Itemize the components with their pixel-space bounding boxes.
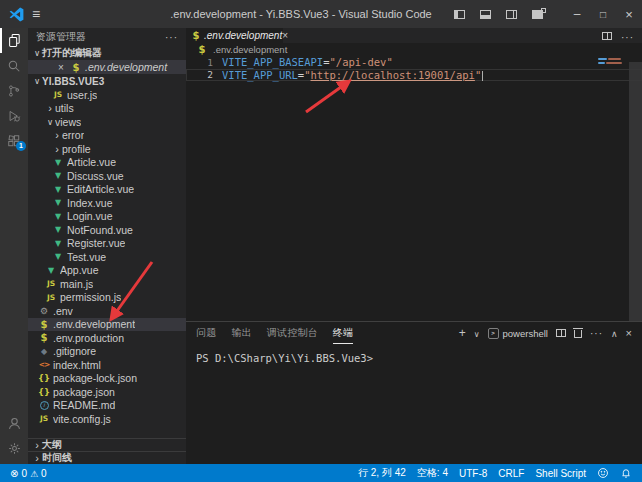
tree-item-label: .env.production [53,332,124,344]
panel-tab-item[interactable]: 输出 [231,322,251,344]
tree-item-discuss-vue[interactable]: ▼Discuss.vue [28,169,186,183]
warnings-icon [30,468,38,479]
open-editors-section[interactable]: 打开的编辑器 [28,46,186,60]
tree-item-package-json[interactable]: {}package.json [28,385,186,399]
close-window-button[interactable] [616,0,642,28]
tree-item-views[interactable]: views [28,115,186,129]
vue-file-icon: ▼ [52,158,64,167]
extensions-icon[interactable]: 1 [0,128,28,153]
tree-item-label: Login.vue [67,210,113,222]
tree-item-article-vue[interactable]: ▼Article.vue [28,156,186,170]
code-editor[interactable]: 1VITE_APP_BASEAPI="/api-dev"2VITE_APP_UR… [186,56,642,321]
tree-item-package-lock-json[interactable]: {}package-lock.json [28,372,186,386]
tree-item-label: NotFound.vue [67,224,133,236]
outline-section[interactable]: 大纲 [28,438,186,451]
open-editor-item-env-development[interactable]: × $ .env.development [28,60,186,74]
explorer-icon[interactable] [0,28,28,53]
tree-item-error[interactable]: error [28,129,186,143]
close-tab-icon[interactable]: × [282,30,288,41]
tree-item-user-js[interactable]: JSuser.js [28,88,186,102]
git-file-icon: ◆ [38,347,50,356]
code-line-1[interactable]: 1VITE_APP_BASEAPI="/api-dev" [186,56,642,69]
powershell-icon[interactable] [488,328,499,339]
tree-item--gitignore[interactable]: ◆.gitignore [28,345,186,359]
tree-item-editarticle-vue[interactable]: ▼EditArticle.vue [28,183,186,197]
tree-item-permission-js[interactable]: JSpermission.js [28,291,186,305]
status-item[interactable]: 空格: 4 [417,466,448,480]
status-bar: 0 0 行 2, 列 42空格: 4UTF-8CRLFShell Script [0,464,642,482]
timeline-section[interactable]: 时间线 [28,451,186,464]
customize-layout-icon[interactable] [524,0,550,28]
tree-item-main-js[interactable]: JSmain.js [28,277,186,291]
source-control-icon[interactable] [0,78,28,103]
terminal-output[interactable]: PS D:\CSharp\Yi\Yi.BBS.Vue3> [186,344,642,364]
tree-item-test-vue[interactable]: ▼Test.vue [28,250,186,264]
tree-item--env-development[interactable]: $.env.development [28,318,186,332]
feedback-icon[interactable] [597,467,609,479]
chevron-right-icon [32,439,42,451]
account-icon[interactable] [0,411,28,436]
toggle-secondary-sidebar-icon[interactable] [498,0,524,28]
status-item[interactable]: CRLF [498,468,524,479]
tree-item-vite-config-js[interactable]: JSvite.config.js [28,412,186,426]
js-file-icon: JS [38,414,50,423]
tree-item-index-vue[interactable]: ▼Index.vue [28,196,186,210]
maximize-panel-icon[interactable] [611,328,618,339]
breadcrumb[interactable]: $ .env.development [186,43,642,56]
tree-item-index-html[interactable]: <>index.html [28,358,186,372]
status-item[interactable]: Shell Script [535,468,586,479]
tree-item-label: Discuss.vue [67,170,124,182]
kill-terminal-icon[interactable] [574,330,582,338]
panel-more-actions-icon[interactable] [590,328,603,339]
notifications-bell-icon[interactable] [620,467,632,479]
terminal-dropdown-icon[interactable] [474,328,480,339]
tree-item--env[interactable]: ⚙.env [28,304,186,318]
editor-more-actions-icon[interactable] [621,27,634,45]
chevron-right-icon [52,129,62,141]
run-debug-icon[interactable] [0,103,28,128]
vue-file-icon: ▼ [52,171,64,180]
vscode-logo-icon [9,7,24,22]
vue-file-icon: ▼ [52,225,64,234]
split-terminal-icon[interactable] [556,329,566,337]
tree-item-register-vue[interactable]: ▼Register.vue [28,237,186,251]
tree-item-label: .env.development [53,318,135,330]
line-number: 1 [186,57,222,68]
tree-item-app-vue[interactable]: ▼App.vue [28,264,186,278]
tab-bar: $ .env.development × [186,28,642,43]
env-file-icon: $ [196,44,208,55]
maximize-button[interactable] [590,0,616,28]
tree-item-utils[interactable]: utils [28,102,186,116]
vue-file-icon: ▼ [52,198,64,207]
panel-tab-item[interactable]: 调试控制台 [267,322,318,344]
panel: 问题输出调试控制台终端 powershell × PS D:\CSharp\Yi… [186,321,642,464]
shell-label[interactable]: powershell [503,328,548,339]
problems-status[interactable]: 0 0 [10,468,47,479]
tree-item-login-vue[interactable]: ▼Login.vue [28,210,186,224]
chevron-down-icon [32,76,42,86]
tree-item-readme-md[interactable]: iREADME.md [28,399,186,413]
search-icon[interactable] [0,53,28,78]
status-item[interactable]: 行 2, 列 42 [358,466,406,480]
new-terminal-icon[interactable] [459,326,466,340]
explorer-more-actions-icon[interactable] [165,32,178,43]
minimize-button[interactable] [564,0,590,28]
activity-bar: 1 [0,28,28,464]
split-editor-icon[interactable] [602,32,612,40]
editor-scrollbar[interactable] [629,62,642,321]
tree-item-profile[interactable]: profile [28,142,186,156]
tree-item--env-production[interactable]: $.env.production [28,331,186,345]
panel-tab-terminal-active[interactable]: 终端 [333,322,353,344]
close-editor-icon[interactable]: × [58,62,70,73]
panel-tab-item[interactable]: 问题 [196,322,216,344]
minimap[interactable] [598,58,626,66]
status-item[interactable]: UTF-8 [459,468,487,479]
line-number: 2 [186,69,222,80]
code-line-2[interactable]: 2VITE_APP_URL="http://localhost:19001/ap… [186,69,642,82]
tab-env-development[interactable]: $ .env.development × [186,28,283,43]
menu-icon[interactable] [32,5,40,23]
tree-item-notfound-vue[interactable]: ▼NotFound.vue [28,223,186,237]
settings-gear-icon[interactable] [0,436,28,461]
project-section[interactable]: YI.BBS.VUE3 [28,74,186,88]
close-panel-icon[interactable]: × [626,327,632,339]
